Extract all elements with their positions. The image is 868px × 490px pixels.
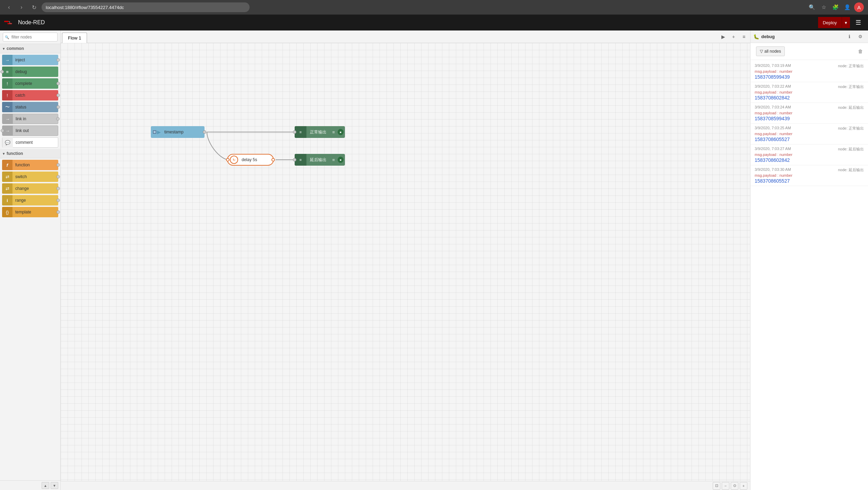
inject-node-label: timestamp xyxy=(161,130,187,134)
debug-msg-2-header: 3/9/2020, 7:03:22 AM node: 正常输出 xyxy=(755,84,864,89)
sidebar-section-function[interactable]: ▾ function xyxy=(0,149,60,158)
debug-msg-6-header: 3/9/2020, 7:03:30 AM node: 延后输出 xyxy=(755,167,864,173)
debug-msg-5-value: 1583708602842 xyxy=(755,157,864,163)
sidebar-scroll: ▾ common → inject ≡ debug ! complete xyxy=(0,44,60,480)
canvas-fit-btn[interactable]: ⊡ xyxy=(713,482,720,490)
filter-wrap xyxy=(3,33,58,42)
inject-square-port xyxy=(153,130,156,134)
debug-msg-4: 3/9/2020, 7:03:25 AM node: 正常输出 msg.payl… xyxy=(750,124,868,145)
right-panel: 🐛 debug ℹ ⚙ ▽ all nodes 🗑 3/9/2020, 7:03… xyxy=(750,30,868,490)
template-label: template xyxy=(12,210,58,215)
header-right: Deploy ▾ ☰ xyxy=(818,17,864,28)
function-port-right xyxy=(57,163,60,167)
forward-button[interactable]: › xyxy=(17,2,26,12)
tab-list-btn[interactable]: ≡ xyxy=(739,32,749,42)
switch-icon: ⇄ xyxy=(2,172,12,182)
debug-msg-4-value: 1583708605527 xyxy=(755,137,864,142)
profile-icon-btn[interactable]: A xyxy=(854,2,864,12)
normal-node-icon: ≡ xyxy=(295,126,306,138)
template-port-right xyxy=(57,210,60,214)
bookmark-icon-btn[interactable]: ☆ xyxy=(819,2,828,12)
linkout-port-left xyxy=(1,129,4,132)
canvas-inject-node[interactable]: ▶ timestamp xyxy=(151,126,205,138)
canvas-reset-btn[interactable]: ⊙ xyxy=(731,482,738,490)
tabs-bar: Flow 1 ▶ + ≡ xyxy=(61,30,750,43)
sidebar-bottom: ▲ ▼ xyxy=(0,480,60,490)
canvas-delayed-node[interactable]: ≡ 延后输出 ≡ ■ xyxy=(295,154,345,166)
debug-msg-1-node: node: 正常输出 xyxy=(838,63,864,69)
right-panel-btns: ℹ ⚙ xyxy=(844,32,865,42)
canvas-normal-node[interactable]: ≡ 正常输出 ≡ ■ xyxy=(295,126,345,138)
debug-msg-2-node: node: 正常输出 xyxy=(838,84,864,89)
sidebar-scroll-down-btn[interactable]: ▼ xyxy=(51,482,58,489)
debug-msg-5-time: 3/9/2020, 7:03:27 AM xyxy=(755,147,791,152)
debug-info-btn[interactable]: ℹ xyxy=(844,32,854,42)
status-port-right xyxy=(57,105,60,109)
svg-rect-0 xyxy=(4,21,9,22)
browser-icons: 🔍 ☆ 🧩 👤 A xyxy=(807,2,864,12)
inject-node-item[interactable]: → inject xyxy=(2,55,58,65)
hamburger-menu-button[interactable]: ☰ xyxy=(853,17,864,28)
normal-node-menu-icon: ≡ xyxy=(330,128,337,136)
clear-debug-btn[interactable]: 🗑 xyxy=(856,46,865,56)
status-node-item[interactable]: 〜 status xyxy=(2,102,58,112)
function-section-label: function xyxy=(7,151,23,156)
debug-label: debug xyxy=(12,69,58,74)
sidebar-filter-area xyxy=(0,30,60,44)
debug-node-item[interactable]: ≡ debug xyxy=(2,67,58,77)
search-icon-btn[interactable]: 🔍 xyxy=(807,2,817,12)
sidebar-section-common[interactable]: ▾ common xyxy=(0,44,60,53)
template-node-item[interactable]: {} template xyxy=(2,207,58,217)
deploy-dropdown-button[interactable]: ▾ xyxy=(842,17,850,28)
status-icon: 〜 xyxy=(2,102,12,112)
right-panel-header: 🐛 debug ℹ ⚙ xyxy=(750,30,868,43)
filter-btn-area: ▽ all nodes 🗑 xyxy=(750,43,868,60)
back-button[interactable]: ‹ xyxy=(4,2,14,12)
common-section-label: common xyxy=(7,46,24,51)
debug-panel-title: debug xyxy=(761,34,842,39)
canvas-zoom-out-btn[interactable]: − xyxy=(722,482,729,490)
comment-node-item[interactable]: 💬 comment xyxy=(2,137,58,148)
function-node-label: function xyxy=(12,163,58,167)
flow-canvas[interactable]: ▶ timestamp ≡ 正常输出 ≡ ■ xyxy=(61,43,750,481)
complete-node-item[interactable]: ! complete xyxy=(2,78,58,89)
debug-msg-1-type: msg.payload : number xyxy=(755,69,864,73)
debug-messages-list: 3/9/2020, 7:03:19 AM node: 正常输出 msg.payl… xyxy=(750,60,868,490)
change-node-item[interactable]: ⇄ change xyxy=(2,183,58,194)
filter-nodes-input[interactable] xyxy=(3,33,58,42)
connections-svg xyxy=(61,43,750,481)
catch-node-item[interactable]: ! catch xyxy=(2,90,58,100)
debug-msg-5-node: node: 延后输出 xyxy=(838,147,864,152)
tab-play-btn[interactable]: ▶ xyxy=(718,32,728,42)
debug-settings-btn[interactable]: ⚙ xyxy=(856,32,865,42)
deploy-button[interactable]: Deploy xyxy=(818,17,842,28)
linkin-node-item[interactable]: → link in xyxy=(2,114,58,124)
debug-msg-6-value: 1583708605527 xyxy=(755,178,864,184)
refresh-button[interactable]: ↻ xyxy=(29,2,39,12)
nodered-logo-icon xyxy=(4,19,15,26)
tab-flow1[interactable]: Flow 1 xyxy=(62,33,87,43)
linkout-node-item[interactable]: → link out xyxy=(2,125,58,136)
debug-msg-4-time: 3/9/2020, 7:03:25 AM xyxy=(755,126,791,131)
range-node-item[interactable]: i range xyxy=(2,195,58,205)
inject-arrow-icon: ▶ xyxy=(157,129,161,135)
function-nodes-list: f function ⇄ switch ⇄ change i range xyxy=(0,158,60,219)
account-icon-btn[interactable]: 👤 xyxy=(842,2,852,12)
switch-node-item[interactable]: ⇄ switch xyxy=(2,172,58,182)
tab-add-btn[interactable]: + xyxy=(729,32,738,42)
function-node-item[interactable]: f function xyxy=(2,160,58,170)
extensions-icon-btn[interactable]: 🧩 xyxy=(831,2,840,12)
address-bar[interactable] xyxy=(42,2,250,12)
canvas-zoom-in-btn[interactable]: + xyxy=(740,482,747,490)
canvas-delay-node[interactable]: ↻ delay 5s xyxy=(227,154,274,166)
complete-icon: ! xyxy=(2,78,12,89)
app-logo: Node-RED xyxy=(4,19,45,26)
range-port-right xyxy=(57,199,60,202)
app-header: Node-RED Deploy ▾ ☰ xyxy=(0,15,868,30)
range-icon: i xyxy=(2,195,12,205)
delayed-node-label: 延后输出 xyxy=(306,157,330,163)
all-nodes-filter-btn[interactable]: ▽ all nodes xyxy=(756,46,785,56)
change-port-right xyxy=(57,187,60,190)
sidebar-scroll-up-btn[interactable]: ▲ xyxy=(42,482,49,489)
canvas-bottom: ⊡ − ⊙ + xyxy=(61,481,750,490)
